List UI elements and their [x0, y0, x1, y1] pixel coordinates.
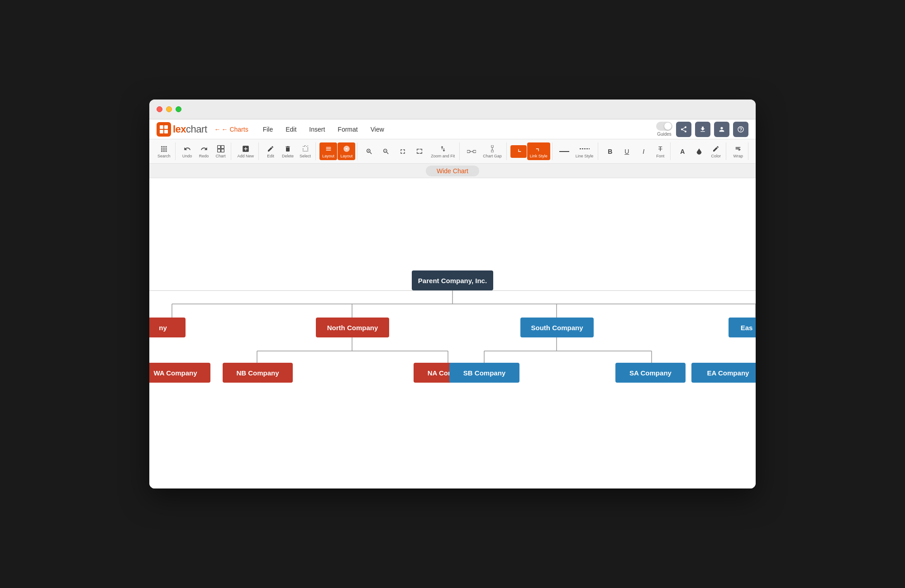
menu-view[interactable]: View: [365, 123, 390, 136]
close-button[interactable]: [157, 106, 162, 112]
share-button[interactable]: [676, 122, 691, 137]
fit-page-button[interactable]: [395, 145, 411, 158]
chart-icon: [217, 144, 224, 153]
delete-button[interactable]: Delete: [279, 142, 296, 160]
chart-gap-button-1[interactable]: [463, 145, 480, 158]
color-label: Color: [711, 154, 721, 158]
layout-button-1[interactable]: Layout: [319, 142, 337, 160]
svg-rect-4: [217, 146, 220, 149]
link-style-button-1[interactable]: [510, 145, 527, 158]
strikethrough-button[interactable]: T Font: [652, 142, 668, 160]
delete-label: Delete: [282, 154, 294, 158]
back-to-charts[interactable]: ← ← Charts: [214, 126, 248, 133]
add-new-icon: [242, 144, 250, 153]
toolbar-zoom-group: Zoom and Fit: [359, 142, 460, 160]
strikethrough-icon: T: [658, 144, 662, 153]
border-color-button[interactable]: Color: [708, 142, 724, 160]
menu-insert[interactable]: Insert: [304, 123, 330, 136]
svg-rect-7: [221, 149, 224, 152]
layout-label-2: Layout: [340, 154, 352, 158]
font-color-button[interactable]: A: [674, 145, 691, 158]
traffic-lights: [157, 106, 181, 112]
node-parent-company[interactable]: Parent Company, Inc.: [412, 270, 493, 290]
node-south-company[interactable]: South Company: [520, 318, 594, 337]
guides-toggle[interactable]: Guides: [656, 122, 672, 137]
layout-button-2[interactable]: Layout: [338, 142, 355, 160]
italic-button[interactable]: I: [635, 145, 652, 158]
node-sb-company[interactable]: SB Company: [449, 363, 519, 383]
chart-gap-button-2[interactable]: Chart Gap: [480, 142, 505, 160]
minimize-button[interactable]: [166, 106, 172, 112]
zoom-fit-button-1[interactable]: [411, 145, 428, 158]
link-style-icon-2: [535, 144, 542, 153]
help-button[interactable]: [733, 122, 748, 137]
wrap-button[interactable]: Wrap: [730, 142, 746, 160]
guides-label: Guides: [657, 132, 672, 137]
chart-button[interactable]: Chart: [213, 142, 229, 160]
toolbar-chartgap-group: Chart Gap: [462, 142, 507, 160]
align-left-button[interactable]: [752, 145, 756, 158]
svg-rect-3: [164, 130, 168, 133]
edit-icon: [267, 144, 274, 153]
underline-button[interactable]: U: [619, 145, 635, 158]
toolbar-alignment-group: Alignment: [750, 142, 756, 160]
svg-rect-9: [467, 150, 470, 152]
wrap-label: Wrap: [734, 154, 743, 158]
link-style-button-2[interactable]: Link Style: [527, 142, 550, 160]
link-style-label: Link Style: [530, 154, 548, 158]
node-partial-left[interactable]: ny: [149, 318, 186, 337]
line-style-label: Line Style: [576, 154, 594, 158]
zoom-out-icon: [382, 147, 390, 156]
menu-edit[interactable]: Edit: [280, 123, 302, 136]
breadcrumb-wide-chart[interactable]: Wide Chart: [426, 166, 479, 176]
zoom-fit-icon-1: [416, 147, 423, 156]
fill-color-button[interactable]: [691, 145, 707, 158]
svg-rect-1: [164, 125, 168, 129]
toolbar-search-group: Search: [153, 142, 176, 160]
edit-label: Edit: [267, 154, 274, 158]
link-style-icon-1: [515, 147, 522, 156]
undo-label: Undo: [182, 154, 192, 158]
undo-button[interactable]: Undo: [179, 142, 195, 160]
search-button[interactable]: Search: [155, 142, 173, 160]
node-nb-company[interactable]: NB Company: [223, 363, 293, 383]
menu-format[interactable]: Format: [332, 123, 363, 136]
bold-button[interactable]: B: [602, 145, 618, 158]
svg-rect-0: [160, 125, 163, 129]
chart-area[interactable]: Parent Company, Inc. ny North Company So…: [149, 178, 756, 488]
edit-button[interactable]: Edit: [262, 142, 279, 160]
zoom-fit-button-2[interactable]: Zoom and Fit: [428, 142, 457, 160]
toolbar-color-group: A Color: [672, 142, 726, 160]
fit-page-icon: [399, 147, 406, 156]
zoom-out-button[interactable]: [378, 145, 394, 158]
add-new-button[interactable]: Add New: [235, 142, 257, 160]
node-wa-company[interactable]: WA Company: [149, 363, 210, 383]
underline-icon: U: [624, 147, 629, 156]
download-button[interactable]: [695, 122, 710, 137]
guides-switch[interactable]: [656, 122, 672, 131]
select-label: Select: [300, 154, 311, 158]
zoom-in-button[interactable]: [361, 145, 377, 158]
line-dashed-button[interactable]: Line Style: [573, 142, 596, 160]
redo-label: Redo: [199, 154, 209, 158]
node-sa-company[interactable]: SA Company: [615, 363, 686, 383]
node-north-company[interactable]: North Company: [316, 318, 389, 337]
line-solid-button[interactable]: [556, 145, 572, 158]
node-partial-right[interactable]: Eas: [729, 318, 756, 337]
toolbar-linestyle-group: Line Style: [554, 142, 599, 160]
font-color-icon: A: [680, 147, 685, 156]
maximize-button[interactable]: [176, 106, 181, 112]
node-north-label: North Company: [327, 324, 378, 332]
node-ea-label: EA Company: [707, 369, 749, 377]
toolbar-layout-group: Layout Layout: [318, 142, 357, 160]
redo-button[interactable]: Redo: [196, 142, 212, 160]
connectors-svg: [149, 178, 756, 488]
toolbar: Search Undo Redo Chart: [149, 139, 756, 164]
svg-rect-2: [160, 130, 163, 133]
node-partial-left-label: ny: [159, 324, 167, 332]
add-new-label: Add New: [238, 154, 254, 158]
user-button[interactable]: [714, 122, 729, 137]
menu-file[interactable]: File: [257, 123, 279, 136]
select-button[interactable]: Select: [297, 142, 314, 160]
node-ea-company[interactable]: EA Company: [691, 363, 756, 383]
